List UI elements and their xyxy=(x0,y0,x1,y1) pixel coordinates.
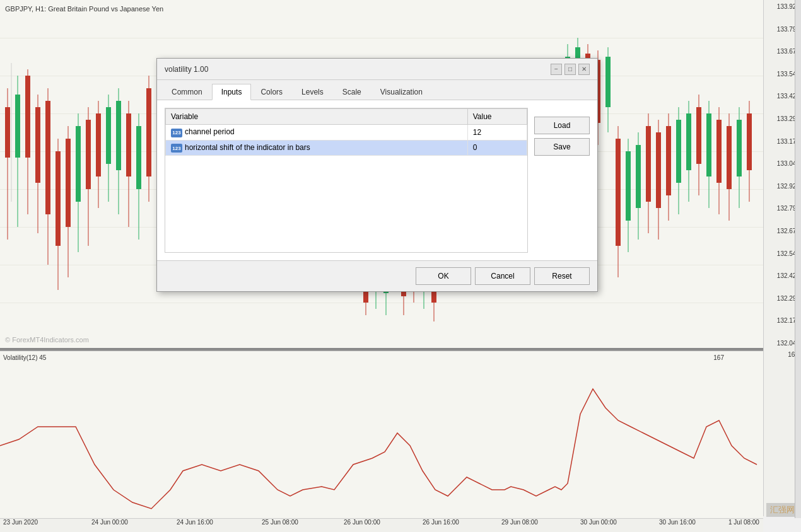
modal-titlebar: volatility 1.00 − □ ✕ xyxy=(157,59,597,80)
tab-colors[interactable]: Colors xyxy=(251,84,292,100)
minimize-button[interactable]: − xyxy=(551,64,562,75)
cancel-button[interactable]: Cancel xyxy=(475,267,530,285)
maximize-button[interactable]: □ xyxy=(564,64,576,75)
modal-overlay: volatility 1.00 − □ ✕ Common Inputs Colo… xyxy=(0,0,801,532)
type-icon-1: 123 xyxy=(171,129,182,137)
tab-visualization[interactable]: Visualization xyxy=(371,84,432,100)
variable-cell-1: 123channel period xyxy=(166,125,468,141)
tab-inputs[interactable]: Inputs xyxy=(212,84,252,100)
tab-common[interactable]: Common xyxy=(162,84,212,100)
params-table-wrapper[interactable]: Variable Value 123channel period 12 xyxy=(165,108,528,253)
save-button[interactable]: Save xyxy=(534,138,590,156)
modal-title: volatility 1.00 xyxy=(165,65,208,74)
col-value: Value xyxy=(467,109,527,125)
modal-footer: OK Cancel Reset xyxy=(157,260,597,291)
type-icon-2: 123 xyxy=(171,144,182,153)
reset-button[interactable]: Reset xyxy=(534,267,590,285)
side-buttons: Load Save xyxy=(534,108,590,156)
table-row[interactable]: 123channel period 12 xyxy=(166,125,527,141)
modal-body: Variable Value 123channel period 12 xyxy=(157,100,597,260)
modal-layout: Variable Value 123channel period 12 xyxy=(165,108,590,253)
modal-window-controls: − □ ✕ xyxy=(551,64,590,75)
col-variable: Variable xyxy=(166,109,468,125)
variable-cell-2: 123horizontal shift of the indicator in … xyxy=(166,140,468,156)
tab-levels[interactable]: Levels xyxy=(292,84,333,100)
table-row-selected[interactable]: 123horizontal shift of the indicator in … xyxy=(166,140,527,156)
value-cell-1[interactable]: 12 xyxy=(467,125,527,141)
table-section: Variable Value 123channel period 12 xyxy=(165,108,528,253)
modal-tabs: Common Inputs Colors Levels Scale Visual… xyxy=(157,80,597,100)
params-table: Variable Value 123channel period 12 xyxy=(165,108,527,156)
ok-button[interactable]: OK xyxy=(416,267,471,285)
load-button[interactable]: Load xyxy=(534,117,590,134)
indicator-dialog: volatility 1.00 − □ ✕ Common Inputs Colo… xyxy=(156,58,598,292)
value-cell-2[interactable]: 0 xyxy=(467,140,527,156)
close-button[interactable]: ✕ xyxy=(578,64,590,75)
tab-scale[interactable]: Scale xyxy=(333,84,371,100)
